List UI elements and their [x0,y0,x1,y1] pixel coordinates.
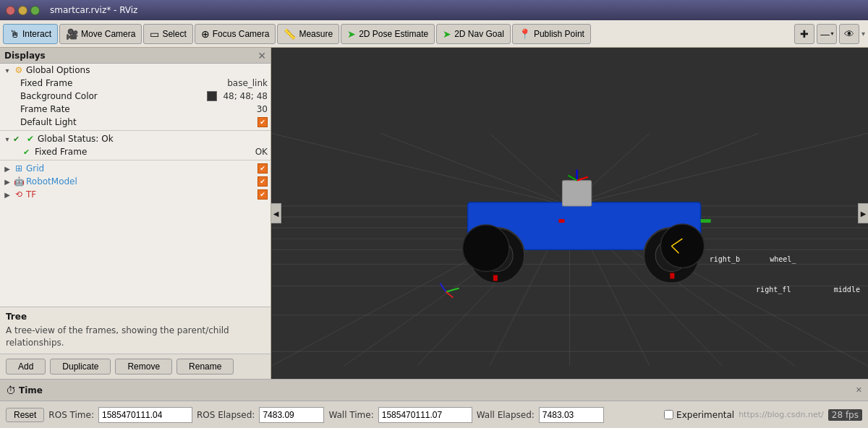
svg-rect-31 [701,219,711,223]
toolbar-end-buttons: ✚ —▾ 👁 ▾ [794,24,865,44]
svg-rect-26 [562,181,591,206]
global-options-icon: ⚙ [13,65,25,75]
tf-label: TF [26,189,256,200]
svg-text:wheel_: wheel_ [770,255,796,264]
grid-checkbox[interactable]: ✔ [258,163,268,174]
rename-button[interactable]: Rename [176,359,234,374]
move-camera-button[interactable]: 🎥 Move Camera [59,24,142,44]
move-camera-icon: 🎥 [66,28,78,40]
focus-camera-button[interactable]: ⊕ Focus Camera [195,24,276,44]
robot-model-icon: 🤖 [13,176,25,187]
status-title: Time [19,385,43,395]
nav-goal-button[interactable]: ➤ 2D Nav Goal [436,24,511,44]
default-light-item[interactable]: Default Light ✔ [0,116,271,129]
select-button[interactable]: ▭ Select [143,24,192,44]
ros-time-label: ROS Time: [48,410,94,420]
gs-fixed-check: ✔ [23,147,33,157]
statusbar: ⏱ Time ✕ [0,379,868,401]
global-status-expand[interactable]: ▾ [3,134,12,143]
pose-estimate-button[interactable]: ➤ 2D Pose Estimate [341,24,435,44]
default-light-checkbox[interactable]: ✔ [258,117,268,127]
publish-point-label: Publish Point [534,29,584,39]
svg-point-37 [660,224,704,268]
interact-button[interactable]: 🖱 Interact [3,24,58,44]
close-button[interactable] [6,6,15,15]
ros-time-input[interactable] [98,407,192,423]
default-light-label: Default Light [20,117,256,127]
main-content: Displays ✕ ▾ ⚙ Global Options Fixed Fram… [0,48,868,379]
global-options-expand[interactable]: ▾ [3,66,12,74]
global-status-icon: ✔ [25,134,36,144]
nav-goal-icon: ➤ [443,28,451,40]
minimize-button[interactable] [18,6,27,15]
tf-icon: ⟲ [13,189,25,200]
panel-collapse-arrow[interactable]: ◀ [271,203,281,223]
ros-elapsed-input[interactable] [259,407,324,423]
titlebar-buttons [6,6,40,15]
svg-text:right_fl: right_fl [756,286,791,294]
time-icon: ⏱ [6,385,16,396]
status-close[interactable]: ✕ [856,385,862,395]
minus-toolbar-icon[interactable]: —▾ [817,24,837,44]
gs-fixed-value: OK [255,147,268,157]
wall-time-input[interactable] [378,407,472,423]
measure-button[interactable]: 📏 Measure [277,24,339,44]
remove-button[interactable]: Remove [115,359,172,374]
add-button[interactable]: Add [6,359,46,374]
bg-color-item[interactable]: Background Color 48; 48; 48 [0,90,271,103]
tf-item[interactable]: ▶ ⟲ TF ✔ [0,188,271,201]
pose-estimate-icon: ➤ [347,28,356,40]
displays-title: Displays [4,51,46,61]
grid-icon: ⊞ [13,163,25,174]
reset-button[interactable]: Reset [6,408,44,422]
svg-text:middle: middle [834,286,860,294]
frame-rate-label: Frame Rate [20,104,252,114]
publish-point-icon: 📍 [519,28,531,40]
svg-text:right_b: right_b [710,255,740,264]
publish-point-button[interactable]: 📍 Publish Point [512,24,591,44]
fixed-frame-value: base_link [227,78,268,88]
add-toolbar-icon[interactable]: ✚ [794,24,814,44]
displays-close-button[interactable]: ✕ [258,50,266,61]
timebar: Reset ROS Time: ROS Elapsed: Wall Time: … [0,401,868,428]
watermark: https://blog.csdn.net/ [739,410,824,419]
tree-area[interactable]: ▾ ⚙ Global Options Fixed Frame base_link… [0,64,271,307]
measure-icon: 📏 [284,28,296,40]
experimental-toggle[interactable]: Experimental [664,410,734,420]
interact-label: Interact [22,29,51,39]
global-status-check: ✔ [13,134,23,144]
bg-color-swatch [207,91,217,101]
titlebar-title: smartcar.rviz* - RViz [50,5,137,15]
grid-item[interactable]: ▶ ⊞ Grid ✔ [0,162,271,175]
pose-estimate-label: 2D Pose Estimate [359,29,428,39]
viewport-right-collapse[interactable]: ▶ [858,203,868,223]
tree-desc-title: Tree [6,312,265,322]
nav-goal-label: 2D Nav Goal [454,29,504,39]
bg-color-label: Background Color [20,91,205,101]
global-status-item[interactable]: ▾ ✔ ✔ Global Status: Ok [0,132,271,145]
experimental-checkbox[interactable] [664,410,673,419]
duplicate-button[interactable]: Duplicate [50,359,111,374]
svg-rect-40 [493,275,498,281]
svg-rect-41 [670,273,674,279]
robot-model-checkbox[interactable]: ✔ [258,176,268,187]
grid-expand[interactable]: ▶ [3,164,12,173]
global-options-item[interactable]: ▾ ⚙ Global Options [0,64,271,77]
grid-label: Grid [26,163,256,174]
robot-model-label: RobotModel [26,176,256,187]
wall-elapsed-input[interactable] [539,407,604,423]
fps-display: 28 fps [828,409,862,421]
viewport[interactable]: right_b wheel_ right_fl middle leit_bric… [271,48,868,379]
tf-expand[interactable]: ▶ [3,190,12,199]
eye-dropdown-arrow[interactable]: ▾ [861,30,865,38]
tf-checkbox[interactable]: ✔ [258,189,268,200]
experimental-label: Experimental [676,410,734,420]
robot-model-expand[interactable]: ▶ [3,177,12,186]
eye-toolbar-icon[interactable]: 👁 [839,24,859,44]
frame-rate-item[interactable]: Frame Rate 30 [0,103,271,116]
maximize-button[interactable] [30,6,40,15]
gs-fixed-frame-item[interactable]: ✔ Fixed Frame OK [0,145,271,158]
fixed-frame-item[interactable]: Fixed Frame base_link [0,77,271,90]
robot-model-item[interactable]: ▶ 🤖 RobotModel ✔ [0,175,271,188]
global-options-label: Global Options [26,65,268,75]
